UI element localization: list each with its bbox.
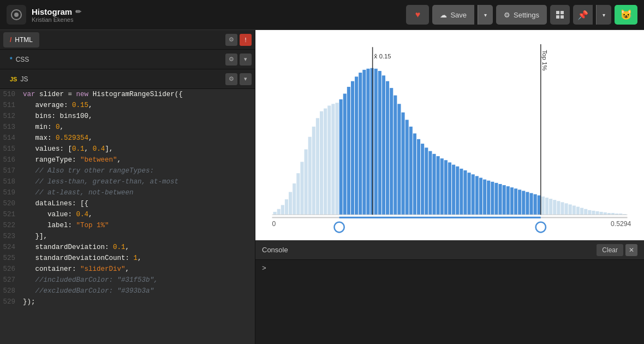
svg-text:0.5294: 0.5294	[611, 220, 631, 228]
save-dropdown-button[interactable]: ▾	[478, 5, 493, 25]
console-area: Console Clear ✕ >	[255, 240, 644, 344]
svg-rect-59	[475, 176, 479, 215]
svg-rect-56	[463, 170, 467, 215]
svg-rect-20	[324, 109, 327, 215]
svg-rect-79	[553, 200, 556, 215]
svg-rect-45	[421, 144, 424, 215]
svg-rect-92	[604, 212, 607, 215]
edit-icon[interactable]: ✏	[75, 8, 81, 16]
svg-rect-68	[510, 187, 514, 215]
grid-button[interactable]	[550, 5, 570, 25]
table-row: 522 label: "Top 1%"	[0, 220, 255, 231]
svg-rect-31	[366, 69, 369, 215]
css-tab-label: CSS	[16, 56, 29, 63]
console-actions: Clear ✕	[597, 244, 637, 256]
svg-rect-65	[499, 184, 502, 215]
css-tab-bar: * CSS ⚙ ▾	[0, 50, 255, 69]
app-logo	[7, 5, 26, 25]
svg-rect-82	[565, 203, 568, 215]
pin-dropdown-button[interactable]: ▾	[596, 5, 611, 25]
svg-rect-51	[444, 160, 448, 215]
svg-rect-33	[374, 69, 378, 215]
table-row: 529 });	[0, 296, 255, 307]
svg-rect-57	[468, 173, 471, 215]
svg-rect-63	[491, 182, 494, 215]
svg-rect-40	[402, 112, 405, 215]
left-handle[interactable]	[334, 222, 344, 233]
table-row: 510 var slider = new HistogramRangeSlide…	[0, 89, 255, 100]
svg-rect-85	[576, 207, 580, 215]
app-title-text: Histogram	[32, 7, 72, 16]
css-dropdown-button[interactable]: ▾	[240, 54, 252, 66]
svg-rect-61	[483, 180, 486, 215]
table-row: 514 max: 0.529354,	[0, 133, 255, 144]
css-settings-button[interactable]: ⚙	[225, 54, 237, 66]
svg-rect-26	[347, 87, 350, 215]
js-icon: JS	[10, 76, 17, 82]
svg-text:0: 0	[272, 220, 276, 228]
settings-button[interactable]: ⚙ Settings	[496, 5, 547, 25]
clear-button[interactable]: Clear	[597, 244, 623, 256]
console-prompt: >	[262, 264, 637, 272]
js-dropdown-button[interactable]: ▾	[240, 73, 252, 85]
svg-rect-8	[277, 209, 281, 215]
save-button[interactable]: ☁ Save	[432, 5, 474, 25]
topbar: Histogram ✏ Kristian Ekenes ♥ ☁ Save ▾ ⚙…	[0, 0, 644, 30]
right-handle[interactable]	[536, 222, 546, 233]
js-tab-label: JS	[20, 75, 28, 83]
histogram-area: x̄ 0.15 Top 1% 0 0.5294	[255, 30, 644, 240]
svg-rect-76	[541, 197, 545, 215]
js-settings-button[interactable]: ⚙	[225, 73, 237, 85]
tab-css[interactable]: * CSS	[3, 52, 35, 67]
svg-rect-34	[378, 71, 381, 215]
html-settings-button[interactable]: ⚙	[225, 34, 237, 46]
table-row: 526 container: "sliderDiv",	[0, 264, 255, 275]
save-label: Save	[450, 11, 467, 19]
prompt-symbol: >	[262, 264, 266, 272]
svg-rect-14	[300, 162, 303, 215]
html-error-button[interactable]: !	[240, 34, 252, 46]
avatar-button[interactable]: 😺	[615, 5, 637, 25]
preview-panel: x̄ 0.15 Top 1% 0 0.5294 C	[255, 30, 644, 344]
svg-rect-39	[397, 104, 401, 215]
svg-rect-9	[281, 205, 284, 215]
svg-rect-49	[437, 156, 440, 215]
svg-rect-87	[584, 209, 587, 215]
pin-button[interactable]: 📌	[573, 5, 593, 25]
close-console-button[interactable]: ✕	[625, 244, 637, 256]
svg-rect-21	[327, 105, 331, 215]
svg-point-1	[14, 13, 19, 17]
svg-rect-88	[588, 210, 591, 215]
svg-rect-73	[529, 193, 533, 215]
tab-html[interactable]: / HTML	[3, 32, 39, 48]
svg-rect-17	[312, 127, 315, 215]
html-icon: /	[10, 36, 11, 44]
svg-rect-60	[479, 178, 482, 215]
svg-rect-50	[440, 158, 444, 215]
svg-rect-43	[413, 133, 416, 215]
heart-button[interactable]: ♥	[406, 5, 429, 25]
svg-rect-11	[289, 192, 292, 215]
js-tab-bar: JS JS ⚙ ▾	[0, 69, 255, 89]
svg-rect-48	[432, 154, 436, 215]
editor-panel: / HTML ⚙ ! * CSS ⚙ ▾ JS JS	[0, 30, 255, 344]
svg-rect-46	[425, 147, 428, 215]
svg-rect-2	[556, 11, 559, 14]
app-subtitle: Kristian Ekenes	[32, 16, 406, 23]
code-editor[interactable]: 510 var slider = new HistogramRangeSlide…	[0, 89, 255, 344]
tab-js[interactable]: JS JS	[3, 72, 34, 87]
topbar-title-group: Histogram ✏ Kristian Ekenes	[32, 7, 406, 23]
svg-rect-7	[273, 212, 277, 215]
table-row: 523 }],	[0, 231, 255, 242]
svg-text:Top 1%: Top 1%	[541, 50, 548, 70]
svg-rect-29	[359, 73, 362, 215]
svg-rect-70	[518, 189, 521, 215]
table-row: 525 standardDeviationCount: 1,	[0, 253, 255, 264]
html-tab-bar: / HTML ⚙ !	[0, 30, 255, 50]
svg-rect-83	[569, 204, 572, 215]
svg-rect-66	[503, 185, 506, 215]
table-row: 513 min: 0,	[0, 122, 255, 133]
svg-rect-53	[452, 165, 455, 215]
table-row: 516 rangeType: "between",	[0, 155, 255, 165]
table-row: 518 // less-than, greater-than, at-most	[0, 176, 255, 187]
